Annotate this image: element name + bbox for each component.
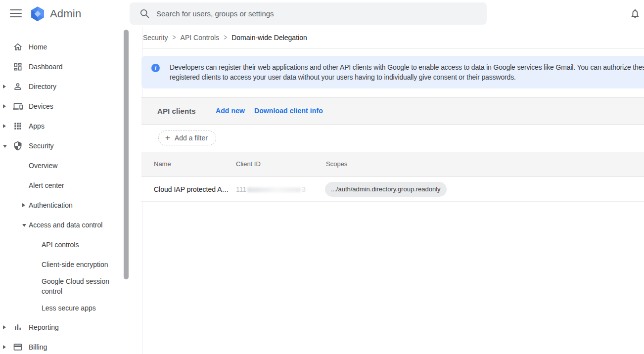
search-input[interactable] bbox=[156, 2, 478, 25]
security-shield-icon bbox=[13, 141, 23, 151]
apps-grid-icon bbox=[13, 121, 23, 131]
notifications-bell-icon[interactable] bbox=[630, 8, 641, 19]
sidebar-item-devices[interactable]: Devices bbox=[0, 96, 124, 116]
sidebar-item-label: Reporting bbox=[29, 317, 59, 337]
directory-person-icon bbox=[13, 82, 23, 91]
sidebar-item-label: Directory bbox=[29, 77, 56, 96]
client-name-cell: Cloud IAP protected Ap… bbox=[154, 177, 230, 202]
sidebar-item-overview[interactable]: Overview bbox=[0, 156, 124, 176]
filter-row: + Add a filter bbox=[141, 125, 644, 152]
billing-card-icon bbox=[13, 342, 23, 352]
sidebar-item-label: Apps bbox=[29, 116, 45, 136]
sidebar-item-reporting[interactable]: Reporting bbox=[0, 317, 124, 337]
sidebar-item-home[interactable]: Home bbox=[0, 37, 124, 57]
google-admin-logo bbox=[29, 5, 46, 22]
sidebar-item-label: Overview bbox=[29, 156, 57, 176]
sidebar-item-label: Billing bbox=[29, 337, 47, 354]
devices-icon bbox=[13, 101, 23, 111]
sidebar-item-security[interactable]: Security bbox=[0, 136, 124, 156]
breadcrumb: Security>API Controls>Domain-wide Delega… bbox=[143, 27, 307, 48]
sidebar-item-authentication[interactable]: Authentication bbox=[0, 195, 124, 215]
dashboard-icon bbox=[13, 62, 23, 72]
sidebar-item-label: Less secure apps bbox=[42, 298, 96, 318]
breadcrumb-divider bbox=[142, 48, 644, 48]
search-bar bbox=[130, 2, 487, 25]
sidebar-item-access-and-data-control[interactable]: Access and data control bbox=[0, 215, 124, 235]
sidebar-item-label: Alert center bbox=[29, 176, 64, 195]
add-filter-label: Add a filter bbox=[175, 134, 208, 142]
home-icon bbox=[13, 42, 23, 52]
column-header-name: Name bbox=[154, 152, 171, 177]
info-banner-text: Developers can register their web applic… bbox=[170, 62, 644, 82]
client-id-visible-digits: 111 bbox=[236, 185, 246, 193]
sidebar-nav: HomeDashboardDirectoryDevicesAppsSecurit… bbox=[0, 27, 124, 354]
sidebar-item-label: Access and data control bbox=[29, 215, 102, 235]
sidebar-item-apps[interactable]: Apps bbox=[0, 116, 124, 136]
plus-icon: + bbox=[165, 133, 170, 143]
sidebar-item-billing[interactable]: Billing bbox=[0, 337, 124, 354]
search-icon bbox=[139, 8, 150, 19]
chevron-right-icon bbox=[3, 124, 6, 128]
chevron-right-icon bbox=[3, 325, 6, 329]
column-header-client-id: Client ID bbox=[236, 152, 261, 177]
sidebar-item-alert-center[interactable]: Alert center bbox=[0, 176, 124, 195]
sidebar-item-client-side-encryption[interactable]: Client-side encryption bbox=[0, 255, 124, 274]
column-header-scopes: Scopes bbox=[326, 152, 347, 177]
table-row: Cloud IAP protected Ap…1113.../auth/admi… bbox=[141, 177, 644, 202]
sidebar-item-directory[interactable]: Directory bbox=[0, 77, 124, 96]
section-title: API clients bbox=[157, 98, 196, 124]
chevron-down-icon bbox=[22, 224, 26, 227]
top-app-bar: Admin bbox=[0, 0, 644, 27]
info-banner: i Developers can register their web appl… bbox=[141, 56, 644, 88]
sidebar-scrollbar-thumb[interactable] bbox=[124, 30, 129, 279]
sidebar-item-label: Authentication bbox=[29, 195, 73, 215]
sidebar-item-label: Devices bbox=[29, 96, 53, 116]
client-id-redacted-blur bbox=[247, 187, 301, 192]
sidebar-item-label: Home bbox=[29, 37, 47, 57]
sidebar-item-less-secure-apps[interactable]: Less secure apps bbox=[0, 298, 124, 318]
breadcrumb-item-api-controls[interactable]: API Controls bbox=[181, 34, 220, 42]
client-id-last-digit: 3 bbox=[302, 185, 306, 193]
table-header-row: NameClient IDScopes bbox=[141, 152, 644, 177]
sidebar-item-dashboard[interactable]: Dashboard bbox=[0, 57, 124, 77]
reporting-chart-icon bbox=[13, 322, 23, 332]
sidebar-item-label: Security bbox=[29, 136, 54, 156]
add-filter-button[interactable]: + Add a filter bbox=[158, 131, 216, 145]
sidebar-item-google-cloud-session-control[interactable]: Google Cloud session control bbox=[0, 272, 124, 300]
chevron-down-icon bbox=[3, 145, 7, 148]
hamburger-menu-icon[interactable] bbox=[10, 9, 22, 18]
sidebar-item-label: Dashboard bbox=[29, 57, 63, 77]
breadcrumb-separator-icon: > bbox=[173, 33, 176, 42]
sidebar-item-api-controls[interactable]: API controls bbox=[0, 235, 124, 255]
sidebar-item-label: API controls bbox=[42, 235, 79, 255]
breadcrumb-item-security[interactable]: Security bbox=[143, 34, 168, 42]
breadcrumb-item-domain-wide-delegation: Domain-wide Delegation bbox=[231, 34, 307, 42]
table-body: Cloud IAP protected Ap…1113.../auth/admi… bbox=[141, 177, 644, 202]
breadcrumb-separator-icon: > bbox=[224, 33, 227, 42]
info-icon: i bbox=[151, 64, 160, 72]
chevron-right-icon bbox=[22, 203, 25, 207]
download-client-info-link[interactable]: Download client info bbox=[254, 98, 323, 124]
sidebar-item-label: Google Cloud session control bbox=[42, 276, 111, 296]
add-new-link[interactable]: Add new bbox=[216, 98, 245, 124]
section-header-band: API clients Add new Download client info bbox=[141, 97, 644, 125]
product-name: Admin bbox=[50, 0, 81, 27]
chevron-right-icon bbox=[3, 104, 6, 108]
api-clients-section: API clients Add new Download client info… bbox=[141, 97, 644, 202]
scope-chip: .../auth/admin.directory.group.readonly bbox=[325, 182, 447, 197]
sidebar-item-label: Client-side encryption bbox=[42, 255, 108, 274]
client-id-cell: 1113 bbox=[236, 177, 306, 202]
chevron-right-icon bbox=[3, 345, 6, 349]
chevron-right-icon bbox=[3, 85, 6, 88]
